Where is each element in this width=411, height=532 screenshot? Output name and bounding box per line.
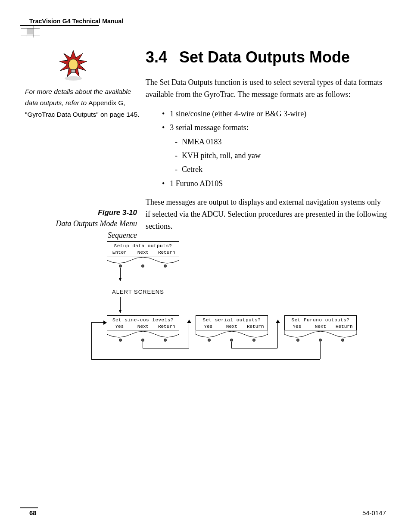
arrow-up-icon	[276, 320, 280, 324]
button-dot	[164, 264, 167, 268]
menu-option-return: Return	[157, 324, 176, 329]
side-note: For more details about the available dat…	[25, 86, 141, 120]
connector	[231, 342, 232, 348]
figure-caption: Data Outputs Mode Menu Sequence	[25, 218, 137, 241]
connector	[91, 359, 320, 360]
button-dot	[119, 339, 122, 342]
menu-option-yes: Yes	[199, 324, 218, 329]
button-dot	[141, 339, 144, 342]
menu-sine-cos: Set sine-cos levels? Yes Next Return	[107, 315, 179, 330]
connector	[91, 322, 92, 359]
connector	[143, 348, 189, 348]
button-dot	[164, 339, 167, 342]
menu-option-next: Next	[311, 324, 330, 329]
section-title: Set Data Outputs Mode	[179, 48, 350, 66]
menu-serial-outputs: Set serial outputs? Yes Next Return	[196, 315, 268, 330]
footer-rule	[20, 507, 38, 508]
menu-option-yes: Yes	[110, 324, 129, 329]
button-dot	[230, 339, 233, 342]
button-dot	[341, 339, 344, 342]
lightbulb-burst-icon	[56, 48, 90, 84]
menu-option-next: Next	[134, 324, 153, 329]
outputs-list: 1 sine/cosine (either 4-wire or B&G 3-wi…	[162, 107, 387, 190]
outro-paragraph: These messages are output to displays an…	[146, 196, 387, 233]
figure-label: Figure 3-10 Data Outputs Mode Menu Seque…	[25, 208, 137, 241]
button-dot	[319, 339, 322, 342]
menu-option-return: Return	[334, 324, 354, 329]
connector	[91, 322, 104, 323]
menu-option-enter: Enter	[110, 250, 129, 255]
svg-marker-6	[103, 320, 107, 325]
alert-screens-label: ALERT SCREENS	[112, 289, 164, 295]
svg-point-3	[65, 76, 82, 81]
svg-point-1	[68, 59, 78, 70]
menu-sequence-diagram: Setup data outputs? Enter Next Return AL…	[86, 241, 388, 379]
menu-option-next: Next	[222, 324, 242, 329]
connector	[277, 322, 278, 348]
button-dot	[252, 339, 255, 342]
connector	[231, 348, 277, 348]
arrow-right-icon	[103, 320, 108, 325]
button-dot	[296, 339, 299, 342]
arrow-up-icon	[187, 320, 191, 324]
button-dot	[119, 264, 122, 268]
manual-title: TracVision G4 Technical Manual	[29, 18, 124, 25]
sub-list: NMEA 0183 KVH pitch, roll, and yaw Cetre…	[175, 135, 387, 177]
menu-option-yes: Yes	[287, 324, 307, 329]
list-item: NMEA 0183	[175, 135, 387, 149]
svg-marker-4	[187, 320, 191, 323]
menu-furuno-outputs: Set Furuno outputs? Yes Next Return	[284, 315, 357, 330]
list-item: Cetrek	[175, 162, 387, 176]
list-item: 3 serial message formats: NMEA 0183 KVH …	[162, 121, 387, 177]
button-dot	[141, 264, 144, 268]
connector	[189, 322, 189, 348]
document-number: 54-0147	[362, 509, 386, 516]
list-item: 1 sine/cosine (either 4-wire or B&G 3-wi…	[162, 107, 387, 121]
connector	[143, 342, 143, 348]
page-number: 68	[29, 509, 37, 516]
section-heading: 3.4Set Data Outputs Mode	[146, 48, 387, 66]
list-item: 1 Furuno AD10S	[162, 177, 387, 190]
connector	[320, 342, 321, 359]
menu-title: Setup data outputs?	[110, 243, 176, 249]
menu-title: Set Furuno outputs?	[287, 317, 354, 323]
intro-paragraph: The Set Data Outputs function is used to…	[146, 77, 387, 101]
figure-number: Figure 3-10	[25, 208, 137, 217]
menu-option-return: Return	[157, 250, 176, 255]
main-content: 3.4Set Data Outputs Mode The Set Data Ou…	[146, 48, 387, 239]
menu-option-next: Next	[134, 250, 153, 255]
arrow-down	[120, 268, 121, 281]
svg-rect-2	[71, 69, 75, 73]
arrow-down	[120, 297, 121, 313]
menu-option-return: Return	[246, 324, 265, 329]
section-number: 3.4	[146, 48, 167, 66]
svg-marker-5	[276, 320, 280, 323]
header-rule	[20, 25, 99, 26]
menu-title: Set serial outputs?	[199, 317, 265, 323]
button-dot	[208, 339, 211, 342]
list-item: KVH pitch, roll, and yaw	[175, 149, 387, 162]
menu-setup-data-outputs: Setup data outputs? Enter Next Return	[107, 241, 179, 256]
menu-title: Set sine-cos levels?	[110, 317, 176, 323]
